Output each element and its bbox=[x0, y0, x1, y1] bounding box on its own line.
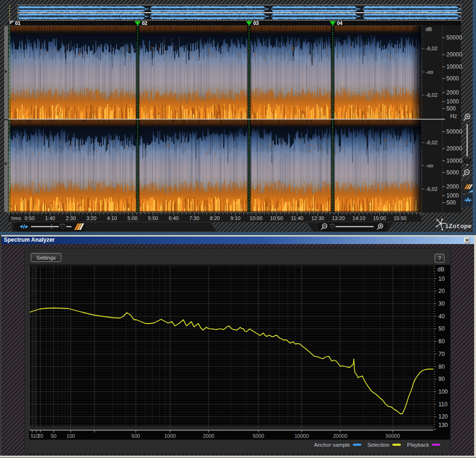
svg-text:-6,02: -6,02 bbox=[426, 186, 437, 192]
svg-text:50000: 50000 bbox=[446, 128, 462, 135]
svg-text:500: 500 bbox=[446, 199, 456, 206]
svg-text:11:40: 11:40 bbox=[291, 215, 304, 221]
svg-text:dB: dB bbox=[426, 26, 432, 32]
svg-text:Selection: Selection bbox=[367, 442, 390, 448]
svg-text:1000: 1000 bbox=[446, 98, 459, 105]
svg-text:02: 02 bbox=[142, 20, 148, 26]
svg-text:20: 20 bbox=[38, 433, 43, 439]
svg-text:80: 80 bbox=[438, 363, 445, 370]
svg-text:10:00: 10:00 bbox=[250, 215, 263, 221]
svg-text:iZotope: iZotope bbox=[445, 223, 472, 230]
svg-text:Hz: Hz bbox=[450, 113, 457, 119]
svg-text:1000: 1000 bbox=[164, 433, 176, 439]
svg-text:2000: 2000 bbox=[446, 89, 459, 96]
svg-text:50: 50 bbox=[438, 325, 445, 332]
svg-text:15:50: 15:50 bbox=[394, 215, 407, 221]
svg-text:20000: 20000 bbox=[333, 433, 348, 439]
svg-text:Playback: Playback bbox=[407, 442, 429, 448]
svg-text:20: 20 bbox=[438, 288, 445, 294]
svg-text:2000: 2000 bbox=[203, 433, 214, 439]
svg-text:13:20: 13:20 bbox=[332, 215, 345, 221]
svg-text:1000: 1000 bbox=[446, 192, 459, 199]
svg-text:12:30: 12:30 bbox=[311, 215, 324, 221]
svg-text:-6,02: -6,02 bbox=[426, 46, 437, 51]
svg-text:0:50: 0:50 bbox=[24, 215, 34, 221]
svg-text:3:20: 3:20 bbox=[86, 215, 96, 221]
svg-text:30: 30 bbox=[438, 300, 445, 307]
svg-text:5000: 5000 bbox=[446, 75, 459, 82]
svg-text:70: 70 bbox=[438, 351, 445, 357]
svg-text:9:10: 9:10 bbox=[230, 215, 240, 221]
svg-text:100: 100 bbox=[66, 433, 75, 439]
svg-text:90: 90 bbox=[438, 376, 445, 382]
svg-text:50000: 50000 bbox=[386, 433, 400, 439]
svg-text:hms: hms bbox=[11, 215, 21, 221]
svg-text:10: 10 bbox=[438, 276, 445, 282]
svg-text:10000: 10000 bbox=[295, 433, 309, 439]
svg-text:5:50: 5:50 bbox=[148, 215, 158, 221]
svg-text:2:30: 2:30 bbox=[66, 215, 76, 221]
svg-text:04: 04 bbox=[337, 20, 343, 26]
svg-text:500: 500 bbox=[446, 105, 456, 112]
svg-text:2000: 2000 bbox=[446, 183, 459, 190]
svg-text:?: ? bbox=[438, 255, 441, 261]
svg-text:15:00: 15:00 bbox=[373, 215, 386, 221]
svg-text:110: 110 bbox=[438, 401, 447, 408]
svg-text:03: 03 bbox=[253, 20, 259, 26]
svg-text:10:50: 10:50 bbox=[270, 215, 283, 221]
svg-text:20000: 20000 bbox=[446, 145, 462, 152]
svg-text:50000: 50000 bbox=[446, 34, 462, 41]
svg-text:1:40: 1:40 bbox=[45, 215, 55, 221]
svg-text:5:00: 5:00 bbox=[127, 215, 137, 221]
svg-text:-oo: -oo bbox=[426, 69, 433, 75]
svg-text:40: 40 bbox=[438, 313, 445, 320]
svg-text:-6,02: -6,02 bbox=[426, 92, 437, 98]
svg-text:100: 100 bbox=[438, 388, 448, 395]
svg-text:14:10: 14:10 bbox=[352, 215, 366, 221]
svg-text:8:20: 8:20 bbox=[210, 215, 219, 221]
svg-text:7:30: 7:30 bbox=[189, 215, 199, 221]
svg-text:01: 01 bbox=[15, 20, 21, 26]
svg-text:120: 120 bbox=[438, 413, 448, 420]
svg-text:20000: 20000 bbox=[446, 51, 462, 58]
svg-text:10000: 10000 bbox=[446, 63, 462, 70]
svg-text:500: 500 bbox=[132, 433, 140, 439]
svg-text:-6,02: -6,02 bbox=[426, 140, 437, 145]
svg-text:5000: 5000 bbox=[446, 169, 459, 176]
svg-text:Anchor sample: Anchor sample bbox=[314, 442, 350, 448]
svg-text:Settings: Settings bbox=[36, 255, 56, 261]
svg-text:-oo: -oo bbox=[426, 163, 433, 168]
svg-text:130: 130 bbox=[438, 422, 448, 428]
svg-text:50: 50 bbox=[51, 433, 56, 439]
svg-text:5000: 5000 bbox=[253, 433, 264, 439]
svg-text:60: 60 bbox=[438, 338, 445, 345]
svg-text:6:40: 6:40 bbox=[169, 215, 179, 221]
svg-text:10000: 10000 bbox=[446, 158, 462, 164]
svg-text:4:10: 4:10 bbox=[107, 215, 117, 221]
svg-text:dB: dB bbox=[437, 266, 445, 273]
